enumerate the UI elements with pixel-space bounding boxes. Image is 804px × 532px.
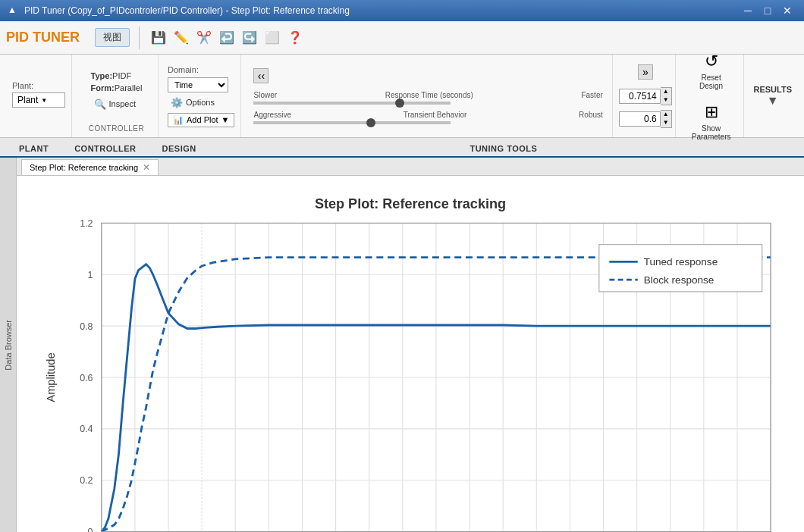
value1-up-button[interactable]: ▲: [661, 88, 671, 96]
maximize-button[interactable]: □: [758, 3, 777, 18]
nav-tabs: PLANT CONTROLLER DESIGN TUNING TOOLS: [0, 138, 804, 158]
response-time-slider[interactable]: [253, 102, 451, 105]
results-label: RESULTS: [753, 85, 792, 94]
slider1-right-label: Faster: [581, 91, 602, 99]
transient-behavior-slider[interactable]: [253, 121, 451, 124]
reset-design-button[interactable]: ↺ ResetDesign: [693, 48, 730, 94]
options-label: Options: [186, 98, 215, 107]
svg-text:0.2: 0.2: [80, 475, 93, 486]
svg-text:1.2: 1.2: [80, 218, 93, 229]
type-value: PIDF: [112, 71, 131, 80]
type-form-info: Type:PIDF Form:Parallel: [91, 70, 143, 95]
tab-tuning-tools[interactable]: TUNING TOOLS: [209, 138, 798, 158]
slider-left-arrow[interactable]: ‹‹: [253, 68, 269, 83]
edit-icon-btn[interactable]: ✏️: [171, 28, 191, 48]
window-controls: ─ □ ✕: [739, 3, 796, 18]
plot-container: Step Plot: Reference tracking ✕ Step Plo…: [17, 158, 804, 532]
value1-spin-buttons: ▲ ▼: [661, 87, 672, 105]
inspect-icon: 🔍: [94, 99, 106, 110]
value2-input[interactable]: [619, 111, 661, 127]
controller-controls: Type:PIDF Form:Parallel 🔍 Inspect: [91, 59, 143, 121]
value1-down-button[interactable]: ▼: [661, 96, 671, 105]
options-icon: ⚙️: [171, 97, 183, 108]
value2-up-button[interactable]: ▲: [661, 111, 671, 119]
legend-block-label: Block response: [644, 274, 714, 286]
y-axis-label: Amplitude: [45, 352, 57, 402]
form-value: Parallel: [115, 83, 143, 92]
add-plot-button[interactable]: 📊 Add Plot ▼: [168, 113, 234, 127]
help-icon-btn[interactable]: ❓: [285, 28, 305, 48]
tab-plant[interactable]: PLANT: [6, 138, 61, 158]
app-icon: ▲: [8, 5, 20, 17]
plant-value: Plant: [17, 95, 38, 105]
response-time-slider-row: Slower Response Time (seconds) Faster: [253, 91, 602, 105]
minimize-button[interactable]: ─: [739, 3, 757, 18]
transient-behavior-slider-row: Aggressive Transient Behavior Robust: [253, 111, 602, 124]
inspect-button[interactable]: 🔍 Inspect: [91, 97, 143, 111]
close-button[interactable]: ✕: [778, 3, 796, 18]
svg-text:0.6: 0.6: [80, 373, 93, 383]
add-plot-icon: 📊: [173, 115, 184, 125]
main-area: Data Browser Step Plot: Reference tracki…: [0, 158, 804, 532]
value1-input[interactable]: [619, 89, 661, 104]
inspect-label: Inspect: [109, 99, 136, 108]
show-params-icon: ⊞: [705, 102, 718, 122]
plant-label: Plant:: [12, 81, 65, 90]
add-plot-arrow-icon: ▼: [221, 115, 230, 124]
plot-tabs: Step Plot: Reference tracking ✕: [17, 158, 804, 176]
ribbon-plant-section: Plant: Plant ▼: [6, 55, 72, 137]
ribbon-value-section: » ▲ ▼ ▲ ▼: [616, 55, 676, 137]
layout-icon-btn[interactable]: ⬜: [262, 28, 282, 48]
svg-text:0: 0: [88, 527, 93, 532]
plant-dropdown[interactable]: Plant ▼: [12, 92, 65, 108]
tab-design[interactable]: DESIGN: [149, 138, 209, 158]
plot-tab-title: Step Plot: Reference tracking: [30, 163, 138, 172]
plot-tab-close-button[interactable]: ✕: [143, 162, 150, 173]
tab-controller[interactable]: CONTROLLER: [61, 138, 149, 158]
cut-icon-btn[interactable]: ✂️: [194, 28, 214, 48]
slider2-right-label: Robust: [579, 111, 603, 119]
svg-text:0.8: 0.8: [80, 321, 93, 332]
form-label: Form:: [91, 83, 115, 92]
reset-label: ResetDesign: [699, 74, 723, 90]
add-plot-label: Add Plot: [187, 115, 218, 124]
ribbon-domain-section: Domain: Time Frequency ⚙️ Options 📊 Add …: [162, 55, 241, 137]
legend-tuned-label: Tuned response: [644, 256, 718, 268]
toolbar-icons: 💾 ✏️ ✂️ ↩️ ↪️ ⬜ ❓: [149, 28, 305, 48]
results-expand-button[interactable]: ▼: [767, 94, 779, 108]
redo-icon-btn[interactable]: ↪️: [240, 28, 259, 48]
save-icon-btn[interactable]: 💾: [149, 28, 168, 48]
toolbar-separator: [139, 27, 140, 49]
value2-down-button[interactable]: ▼: [661, 119, 671, 127]
chart-area: Step Plot: Reference tracking: [17, 176, 804, 532]
plant-controls: Plant: Plant ▼: [12, 59, 65, 130]
undo-icon-btn[interactable]: ↩️: [217, 28, 237, 48]
slider-right-arrow[interactable]: »: [638, 64, 653, 80]
reset-icon: ↺: [705, 52, 718, 71]
value2-spin-buttons: ▲ ▼: [661, 110, 672, 128]
ribbon: Plant: Plant ▼ Type:PIDF Form:Parallel 🔍…: [0, 55, 804, 138]
type-label: Type:: [91, 71, 113, 80]
options-button[interactable]: ⚙️ Options: [168, 95, 234, 110]
value1-input-row: ▲ ▼: [619, 87, 672, 105]
titlebar-title: PID Tuner (Copy_of_PIDcontroler/PID Cont…: [24, 5, 739, 16]
data-browser-label: Data Browser: [4, 320, 13, 371]
ribbon-action-section: ↺ ResetDesign ⊞ ShowParameters: [679, 55, 745, 137]
app-logo: PID TUNER: [6, 30, 80, 45]
data-browser-panel[interactable]: Data Browser: [0, 158, 17, 532]
domain-label: Domain:: [168, 65, 234, 74]
svg-text:0.4: 0.4: [80, 424, 93, 434]
value2-input-row: ▲ ▼: [619, 110, 672, 128]
slider-nav: ‹‹: [253, 68, 602, 83]
top-toolbar: PID TUNER 视图 💾 ✏️ ✂️ ↩️ ↪️ ⬜ ❓: [0, 21, 804, 55]
view-button[interactable]: 视图: [95, 28, 130, 47]
ribbon-controller-section: Type:PIDF Form:Parallel 🔍 Inspect CONTRO…: [75, 55, 159, 137]
dropdown-arrow-icon: ▼: [41, 97, 47, 104]
controller-section-label: CONTROLLER: [89, 121, 144, 133]
plot-tab-reference-tracking[interactable]: Step Plot: Reference tracking ✕: [21, 159, 159, 175]
ribbon-results-section: RESULTS ▼: [747, 55, 798, 137]
app-logo-text: PID TUNER: [6, 30, 80, 45]
chart-title: Step Plot: Reference tracking: [315, 196, 506, 211]
domain-select[interactable]: Time Frequency: [168, 77, 228, 92]
step-plot-chart: Step Plot: Reference tracking: [24, 183, 796, 532]
